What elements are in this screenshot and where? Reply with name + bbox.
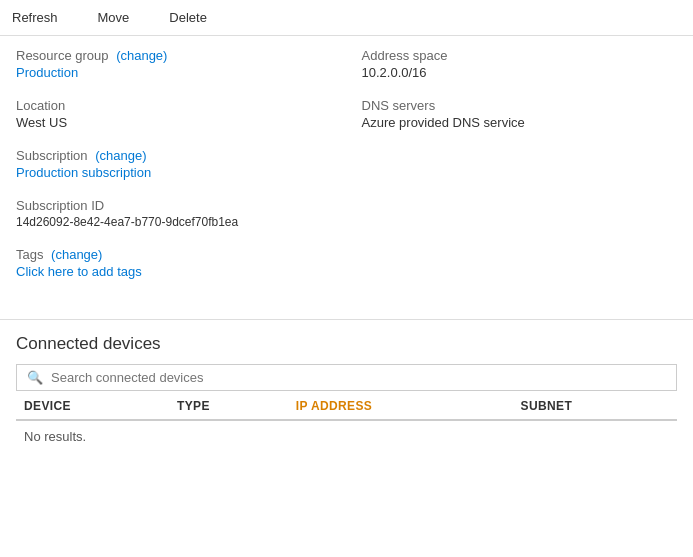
tags-value[interactable]: Click here to add tags: [16, 264, 332, 279]
search-icon: 🔍: [27, 370, 43, 385]
resource-group-label: Resource group (change): [16, 48, 332, 63]
tags-label: Tags (change): [16, 247, 332, 262]
toolbar: Refresh Move Delete: [0, 0, 693, 36]
location-block: Location West US: [16, 98, 332, 130]
delete-button[interactable]: Delete: [169, 6, 207, 29]
dns-servers-block: DNS servers Azure provided DNS service: [362, 98, 678, 130]
refresh-button[interactable]: Refresh: [12, 6, 58, 29]
table-header-row: DEVICE TYPE IP ADDRESS SUBNET: [16, 391, 677, 420]
search-input[interactable]: [51, 370, 666, 385]
address-space-block: Address space 10.2.0.0/16: [362, 48, 678, 80]
connected-devices-section: Connected devices 🔍 DEVICE TYPE IP ADDRE…: [0, 334, 693, 468]
connected-devices-title: Connected devices: [16, 334, 677, 354]
col-ip-address: IP ADDRESS: [288, 391, 513, 420]
tags-change-link[interactable]: (change): [51, 247, 102, 262]
tags-block: Tags (change) Click here to add tags: [16, 247, 332, 279]
move-button[interactable]: Move: [98, 6, 130, 29]
subscription-block: Subscription (change) Production subscri…: [16, 148, 332, 180]
resource-group-value[interactable]: Production: [16, 65, 332, 80]
search-box: 🔍: [16, 364, 677, 391]
subscription-label: Subscription (change): [16, 148, 332, 163]
col-type: TYPE: [169, 391, 288, 420]
section-divider: [0, 319, 693, 320]
col-device: DEVICE: [16, 391, 169, 420]
left-column: Resource group (change) Production Locat…: [16, 48, 352, 297]
dns-servers-value: Azure provided DNS service: [362, 115, 678, 130]
resource-group-block: Resource group (change) Production: [16, 48, 332, 80]
address-space-value: 10.2.0.0/16: [362, 65, 678, 80]
address-space-label: Address space: [362, 48, 678, 63]
col-subnet: SUBNET: [513, 391, 677, 420]
resource-group-change-link[interactable]: (change): [116, 48, 167, 63]
no-results-row: No results.: [16, 420, 677, 452]
right-column: Address space 10.2.0.0/16 DNS servers Az…: [352, 48, 678, 297]
subscription-change-link[interactable]: (change): [95, 148, 146, 163]
dns-servers-label: DNS servers: [362, 98, 678, 113]
subscription-id-block: Subscription ID 14d26092-8e42-4ea7-b770-…: [16, 198, 332, 229]
device-table: DEVICE TYPE IP ADDRESS SUBNET No results…: [16, 391, 677, 452]
location-value: West US: [16, 115, 332, 130]
subscription-id-value: 14d26092-8e42-4ea7-b770-9dcef70fb1ea: [16, 215, 332, 229]
no-results-text: No results.: [16, 420, 677, 452]
subscription-id-label: Subscription ID: [16, 198, 332, 213]
details-panel: Resource group (change) Production Locat…: [0, 36, 693, 309]
subscription-value: Production subscription: [16, 165, 332, 180]
location-label: Location: [16, 98, 332, 113]
